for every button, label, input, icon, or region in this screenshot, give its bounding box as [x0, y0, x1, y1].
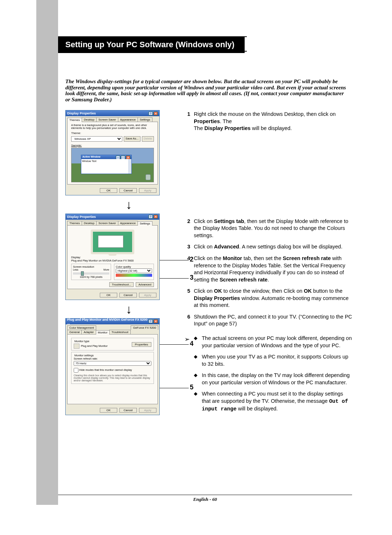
window-text: Window Text	[82, 160, 97, 162]
cq-label: Color quality	[116, 265, 152, 268]
titlebar-text: Display Properties	[67, 215, 96, 219]
tab-color-management[interactable]: Color Management	[67, 325, 96, 330]
titlebar: Display Properties ?×	[66, 214, 159, 220]
notes-block: ➢ ◆The actual screens on your PC may loo…	[184, 335, 353, 417]
hide-desc: Clearing this check box allows you to se…	[74, 374, 151, 382]
screen-resolution-group: Screen resolution LessMore 1024 by 768 p…	[71, 264, 111, 280]
titlebar-text: Plug and Play Monitor and NVIDIA GeForce…	[67, 318, 148, 325]
properties-button[interactable]: Properties	[132, 342, 151, 347]
more-label: More	[103, 268, 109, 271]
theme-label: Theme:	[71, 131, 154, 135]
apply-button: Apply	[139, 408, 156, 413]
tab-desktop[interactable]: Desktop	[82, 117, 97, 122]
note-item: ◆The actual screens on your PC may look …	[194, 335, 353, 349]
tab-appearance[interactable]: Appearance	[118, 221, 138, 225]
step-5: 5 Click on OK to close the window, then …	[184, 288, 353, 309]
step-text: Click on OK to close the window, then Cl…	[194, 288, 353, 309]
tab-desktop[interactable]: Desktop	[82, 221, 97, 225]
ok-button[interactable]: OK	[100, 293, 117, 297]
tab-settings[interactable]: Settings	[138, 221, 152, 226]
cancel-button[interactable]: Cancel	[119, 188, 137, 193]
dialog-body: A theme is a background plus a set of so…	[67, 122, 158, 185]
tab-screensaver[interactable]: Screen Saver	[96, 221, 118, 225]
less-label: Less	[73, 268, 78, 271]
tab-settings[interactable]: Settings	[138, 117, 152, 122]
monitor-advanced-dialog: Plug and Play Monitor and NVIDIA GeForce…	[65, 318, 160, 415]
ok-button[interactable]: OK	[100, 188, 117, 193]
cancel-button[interactable]: Cancel	[119, 408, 137, 413]
titlebar: Plug and Play Monitor and NVIDIA GeForce…	[66, 319, 159, 324]
sample-preview: Active Window –□× Window Text	[71, 148, 154, 182]
display-properties-settings-dialog: Display Properties ?× Themes Desktop Scr…	[65, 214, 160, 300]
close-icon[interactable]: ×	[154, 319, 158, 323]
tab-monitor[interactable]: Monitor	[96, 330, 110, 335]
troubleshoot-button[interactable]: Troubleshoot...	[109, 282, 134, 287]
tabs-row1: Color Management GeForce FX 5200	[66, 324, 159, 330]
help-icon[interactable]: ?	[148, 112, 153, 115]
sample-label: Sample:	[71, 144, 154, 147]
ok-button[interactable]: OK	[100, 408, 117, 413]
step-text: Right click the mouse on the Windows Des…	[194, 111, 353, 132]
note-list: ◆The actual screens on your PC may look …	[194, 335, 353, 417]
note-item: ◆When connecting a PC you must set it to…	[194, 390, 353, 413]
note-item: ◆In this case, the display on the TV may…	[194, 372, 353, 386]
tabs-row2: General Adapter Monitor Troubleshoot	[66, 330, 159, 334]
tab-appearance[interactable]: Appearance	[118, 117, 138, 122]
step-4: 4 Click on the Monitor tab, then set the…	[184, 255, 353, 283]
note-text: When connecting a PC you must set it to …	[202, 390, 353, 413]
active-window-title: Active Window	[82, 155, 101, 159]
monitor-icon	[74, 344, 79, 349]
ms-label: Monitor settings	[74, 354, 94, 357]
step-number: 3	[184, 243, 194, 251]
step-6: 6 Shutdown the PC, and connect it to you…	[184, 313, 353, 328]
intro-paragraph: The Windows display-settings for a typic…	[65, 78, 348, 102]
apply-button: Apply	[139, 188, 156, 193]
titlebar-text: Display Properties	[67, 112, 96, 115]
dialog-body: Monitor type Plug and Play Monitor Prope…	[67, 334, 158, 404]
tabs: Themes Desktop Screen Saver Appearance S…	[66, 220, 159, 225]
monitor-type-group: Monitor type Plug and Play Monitor Prope…	[71, 338, 154, 350]
titlebar: Display Properties ? ×	[66, 110, 159, 116]
tab-themes[interactable]: Themes	[67, 221, 82, 225]
close-icon[interactable]: ×	[154, 112, 158, 115]
resolution-slider[interactable]	[73, 272, 109, 275]
note-item: ◆When you use your TV as a PC monitor, i…	[194, 353, 353, 368]
bullet-icon: ◆	[194, 353, 202, 368]
tab-adapter[interactable]: Adapter	[81, 330, 96, 334]
bullet-icon: ◆	[194, 372, 202, 386]
title-rule-bottom	[58, 51, 247, 52]
step-number: 4	[184, 255, 194, 283]
tab-geforce[interactable]: GeForce FX 5200	[131, 325, 158, 330]
help-icon[interactable]: ?	[148, 319, 153, 323]
scrollbar	[128, 159, 131, 174]
tab-general[interactable]: General	[67, 330, 82, 334]
display-properties-themes-dialog: Display Properties ? × Themes Desktop Sc…	[65, 110, 160, 195]
note-text: When you use your TV as a PC monitor, it…	[202, 353, 353, 368]
theme-select[interactable]: Windows XP	[71, 136, 122, 142]
arrow-down-icon: ↓	[65, 198, 192, 211]
step-text: Shutdown the PC, and connect it to your …	[194, 313, 353, 328]
instructions-column: 1 Right click the mouse on the Windows D…	[184, 111, 353, 417]
step-3: 3 Click on Advanced. A new settings dial…	[184, 243, 353, 251]
monitor-settings-group: Monitor settings Screen refresh rate: 75…	[71, 352, 154, 384]
tab-themes[interactable]: Themes	[67, 118, 82, 122]
manual-page: Setting up Your PC Software (Windows onl…	[36, 0, 352, 535]
mt-value: Plug and Play Monitor	[81, 344, 107, 347]
hide-modes-checkbox[interactable]	[74, 368, 78, 373]
note-text: In this case, the display on the TV may …	[202, 372, 353, 386]
delete-button: Delete	[142, 136, 154, 142]
advanced-button[interactable]: Advanced	[136, 282, 154, 287]
step-number: 6	[184, 313, 194, 328]
tab-screensaver[interactable]: Screen Saver	[96, 117, 118, 122]
cancel-button[interactable]: Cancel	[119, 293, 137, 297]
tab-troubleshoot[interactable]: Troubleshoot	[109, 330, 130, 334]
step-text: Click on Advanced. A new settings dialog…	[194, 243, 353, 251]
close-icon[interactable]: ×	[154, 215, 158, 219]
save-as-button[interactable]: Save As...	[124, 136, 140, 142]
color-quality-select[interactable]: Highest (32 bit)	[116, 268, 152, 273]
note-text: The actual screens on your PC may look d…	[202, 335, 353, 349]
hide-label: Hide modes that this monitor cannot disp…	[79, 368, 132, 372]
refresh-rate-select[interactable]: 75 Hertz	[74, 361, 151, 366]
help-icon[interactable]: ?	[148, 215, 153, 219]
step-1: 1 Right click the mouse on the Windows D…	[184, 111, 353, 132]
